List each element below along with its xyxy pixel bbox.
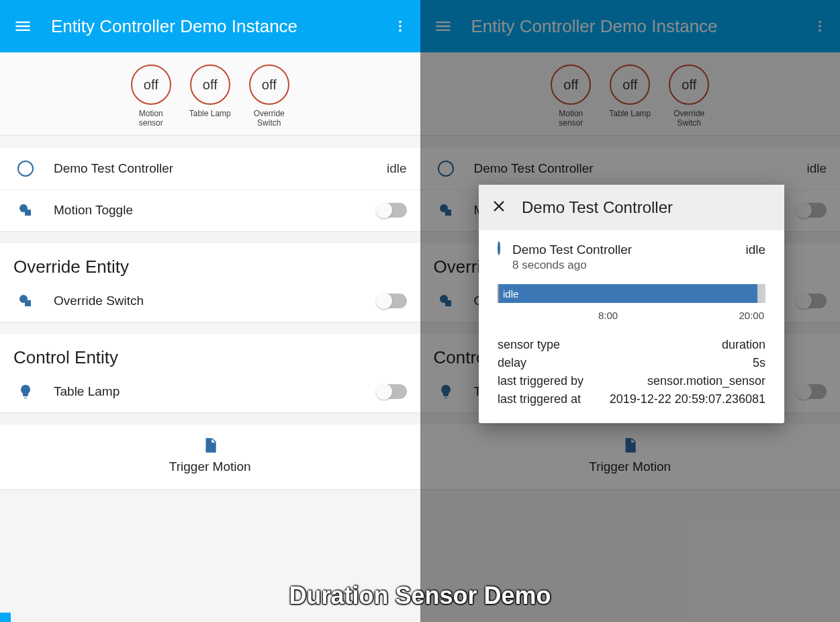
- badge-state: off: [669, 64, 709, 105]
- attribute-value: 5s: [753, 354, 765, 372]
- script-label: Trigger Motion: [420, 459, 841, 474]
- badge-motion-sensor[interactable]: off Motion sensor: [547, 64, 594, 128]
- entity-row-demo-controller[interactable]: Demo Test Controller idle: [420, 148, 841, 189]
- dialog-title: Demo Test Controller: [522, 198, 673, 217]
- svg-point-9: [819, 30, 821, 32]
- menu-icon[interactable]: [13, 17, 32, 36]
- script-icon: [621, 445, 639, 456]
- svg-rect-13: [445, 300, 451, 306]
- badge-label: Override Switch: [246, 109, 293, 128]
- panel-left: Entity Controller Demo Instance off Moti…: [0, 0, 420, 622]
- input-boolean-icon: [17, 202, 42, 218]
- badges-row: off Motion sensor off Table Lamp off Ove…: [420, 52, 841, 136]
- svg-point-7: [819, 21, 821, 24]
- badge-state: off: [131, 64, 171, 105]
- history-tick: 8:00: [598, 310, 618, 321]
- history-tick: 20:00: [739, 310, 764, 321]
- app-bar: Entity Controller Demo Instance: [0, 0, 420, 52]
- entity-state: idle: [806, 161, 827, 176]
- entity-row-motion-toggle[interactable]: Motion Toggle: [0, 189, 420, 231]
- app-title: Entity Controller Demo Instance: [471, 16, 811, 37]
- input-boolean-icon: [438, 293, 462, 309]
- badge-label: Motion sensor: [128, 109, 175, 128]
- more-info-dialog: Demo Test Controller Demo Test Controlle…: [479, 185, 784, 423]
- overflow-menu-icon[interactable]: [810, 17, 829, 36]
- badge-motion-sensor[interactable]: off Motion sensor: [128, 64, 175, 128]
- toggle-switch[interactable]: [797, 384, 827, 399]
- override-entity-card: Override Entity Override Switch: [0, 243, 420, 322]
- entity-name: Override Switch: [54, 294, 377, 308]
- entity-row-override-switch[interactable]: Override Switch: [0, 280, 420, 322]
- lightbulb-icon: [438, 384, 462, 400]
- menu-icon[interactable]: [434, 17, 453, 36]
- entity-name: Motion Toggle: [54, 203, 377, 218]
- attribute-table: sensor typeduration delay5s last trigger…: [498, 336, 765, 408]
- entity-row-table-lamp[interactable]: Table Lamp: [0, 371, 420, 412]
- history-axis: 8:00 20:00: [498, 310, 765, 321]
- circle-icon: [498, 242, 500, 255]
- entity-name: Demo Test Controller: [54, 161, 387, 176]
- badge-label: Motion sensor: [547, 109, 594, 128]
- lightbulb-icon: [17, 384, 42, 400]
- svg-point-2: [399, 30, 402, 32]
- circle-icon: [438, 161, 462, 177]
- badge-table-lamp[interactable]: off Table Lamp: [606, 64, 653, 128]
- attribute-row: last triggered at2019-12-22 20:59:07.236…: [498, 390, 765, 408]
- badge-table-lamp[interactable]: off Table Lamp: [187, 64, 234, 128]
- dialog-body: Demo Test Controller 8 seconds ago idle …: [479, 230, 784, 423]
- entity-name: Demo Test Controller: [474, 161, 807, 176]
- app-title: Entity Controller Demo Instance: [51, 16, 391, 37]
- attribute-value: 2019-12-22 20:59:07.236081: [610, 390, 765, 408]
- badge-state: off: [249, 64, 289, 105]
- svg-point-10: [440, 204, 448, 212]
- app-bar: Entity Controller Demo Instance: [420, 0, 841, 52]
- badge-state: off: [190, 64, 230, 105]
- entity-state: idle: [387, 161, 407, 176]
- svg-point-12: [440, 295, 448, 303]
- badge-label: Table Lamp: [606, 109, 653, 118]
- svg-rect-11: [445, 210, 451, 216]
- badge-override-switch[interactable]: off Override Switch: [665, 64, 712, 128]
- svg-rect-6: [25, 300, 31, 306]
- svg-point-1: [399, 25, 402, 28]
- dialog-last-changed: 8 seconds ago: [512, 259, 687, 272]
- attribute-key: sensor type: [498, 336, 560, 354]
- close-icon[interactable]: [491, 198, 507, 217]
- dialog-entity-row: Demo Test Controller 8 seconds ago idle: [498, 242, 765, 272]
- toggle-switch[interactable]: [377, 294, 407, 308]
- entity-name: Table Lamp: [54, 384, 377, 399]
- badge-state: off: [551, 64, 591, 105]
- badge-label: Override Switch: [665, 109, 712, 128]
- trigger-motion-button[interactable]: Trigger Motion: [0, 425, 420, 489]
- circle-icon: [17, 161, 42, 177]
- script-label: Trigger Motion: [0, 459, 420, 474]
- svg-point-0: [399, 21, 402, 24]
- script-card: Trigger Motion: [420, 425, 841, 489]
- attribute-row: delay5s: [498, 354, 765, 372]
- dialog-header: Demo Test Controller: [479, 185, 784, 230]
- attribute-key: delay: [498, 354, 526, 372]
- attribute-value: sensor.motion_sensor: [647, 372, 765, 390]
- dialog-entity-state: idle: [745, 242, 765, 257]
- badge-state: off: [610, 64, 650, 105]
- toggle-switch[interactable]: [377, 384, 407, 399]
- attribute-key: last triggered by: [498, 372, 584, 390]
- attribute-value: duration: [722, 336, 765, 354]
- svg-rect-4: [25, 210, 31, 216]
- history-bar-label: idle: [498, 284, 765, 303]
- attribute-key: last triggered at: [498, 390, 581, 408]
- overflow-menu-icon[interactable]: [391, 17, 410, 36]
- script-card: Trigger Motion: [0, 425, 420, 489]
- card-title: Control Entity: [0, 334, 420, 371]
- attribute-row: sensor typeduration: [498, 336, 765, 354]
- trigger-motion-button[interactable]: Trigger Motion: [420, 425, 841, 489]
- toggle-switch[interactable]: [797, 294, 827, 308]
- input-boolean-icon: [438, 202, 462, 218]
- toggle-switch[interactable]: [797, 203, 827, 218]
- toggle-switch[interactable]: [377, 203, 407, 218]
- script-icon: [201, 445, 219, 456]
- entity-row-demo-controller[interactable]: Demo Test Controller idle: [0, 148, 420, 189]
- badge-override-switch[interactable]: off Override Switch: [246, 64, 293, 128]
- svg-point-8: [819, 25, 821, 28]
- dialog-entity-name: Demo Test Controller: [512, 242, 687, 257]
